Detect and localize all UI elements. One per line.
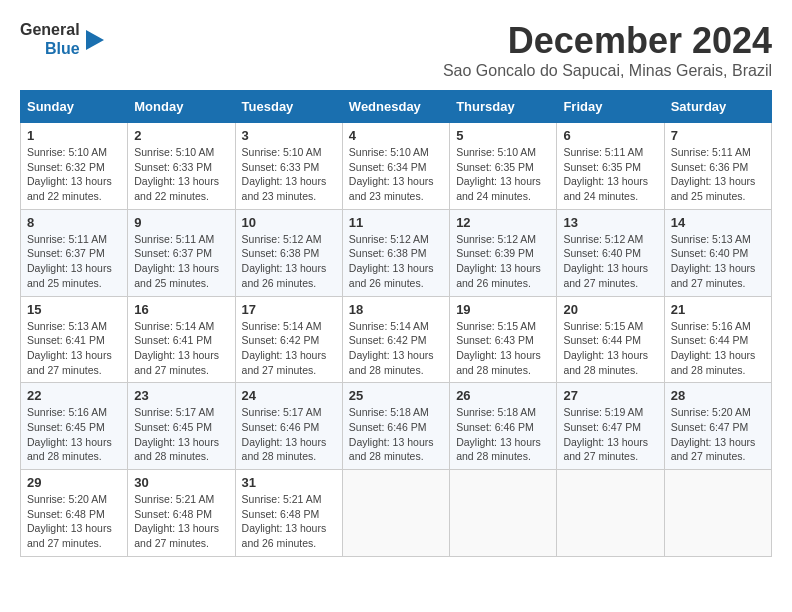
day-info: Sunrise: 5:14 AMSunset: 6:42 PMDaylight:… xyxy=(242,319,336,378)
table-row xyxy=(342,470,449,557)
day-info: Sunrise: 5:10 AMSunset: 6:35 PMDaylight:… xyxy=(456,145,550,204)
calendar-week-5: 29Sunrise: 5:20 AMSunset: 6:48 PMDayligh… xyxy=(21,470,772,557)
table-row: 27Sunrise: 5:19 AMSunset: 6:47 PMDayligh… xyxy=(557,383,664,470)
day-info: Sunrise: 5:21 AMSunset: 6:48 PMDaylight:… xyxy=(242,492,336,551)
day-number: 10 xyxy=(242,215,336,230)
day-number: 25 xyxy=(349,388,443,403)
header-sunday: Sunday xyxy=(21,91,128,123)
day-number: 31 xyxy=(242,475,336,490)
day-number: 8 xyxy=(27,215,121,230)
day-number: 5 xyxy=(456,128,550,143)
table-row xyxy=(664,470,771,557)
table-row: 16Sunrise: 5:14 AMSunset: 6:41 PMDayligh… xyxy=(128,296,235,383)
day-number: 12 xyxy=(456,215,550,230)
day-info: Sunrise: 5:12 AMSunset: 6:39 PMDaylight:… xyxy=(456,232,550,291)
day-info: Sunrise: 5:10 AMSunset: 6:33 PMDaylight:… xyxy=(242,145,336,204)
day-info: Sunrise: 5:18 AMSunset: 6:46 PMDaylight:… xyxy=(349,405,443,464)
table-row: 1Sunrise: 5:10 AMSunset: 6:32 PMDaylight… xyxy=(21,123,128,210)
table-row: 26Sunrise: 5:18 AMSunset: 6:46 PMDayligh… xyxy=(450,383,557,470)
day-number: 11 xyxy=(349,215,443,230)
day-info: Sunrise: 5:21 AMSunset: 6:48 PMDaylight:… xyxy=(134,492,228,551)
table-row: 5Sunrise: 5:10 AMSunset: 6:35 PMDaylight… xyxy=(450,123,557,210)
day-info: Sunrise: 5:11 AMSunset: 6:37 PMDaylight:… xyxy=(134,232,228,291)
day-number: 6 xyxy=(563,128,657,143)
logo-text-line2: Blue xyxy=(45,39,80,58)
day-info: Sunrise: 5:15 AMSunset: 6:43 PMDaylight:… xyxy=(456,319,550,378)
day-info: Sunrise: 5:13 AMSunset: 6:40 PMDaylight:… xyxy=(671,232,765,291)
table-row: 31Sunrise: 5:21 AMSunset: 6:48 PMDayligh… xyxy=(235,470,342,557)
day-number: 2 xyxy=(134,128,228,143)
day-number: 19 xyxy=(456,302,550,317)
table-row: 25Sunrise: 5:18 AMSunset: 6:46 PMDayligh… xyxy=(342,383,449,470)
day-info: Sunrise: 5:12 AMSunset: 6:38 PMDaylight:… xyxy=(349,232,443,291)
day-number: 22 xyxy=(27,388,121,403)
table-row: 17Sunrise: 5:14 AMSunset: 6:42 PMDayligh… xyxy=(235,296,342,383)
table-row: 3Sunrise: 5:10 AMSunset: 6:33 PMDaylight… xyxy=(235,123,342,210)
day-info: Sunrise: 5:10 AMSunset: 6:34 PMDaylight:… xyxy=(349,145,443,204)
day-number: 1 xyxy=(27,128,121,143)
title-block: December 2024 Sao Goncalo do Sapucai, Mi… xyxy=(443,20,772,80)
day-number: 4 xyxy=(349,128,443,143)
day-info: Sunrise: 5:15 AMSunset: 6:44 PMDaylight:… xyxy=(563,319,657,378)
header-tuesday: Tuesday xyxy=(235,91,342,123)
day-info: Sunrise: 5:17 AMSunset: 6:45 PMDaylight:… xyxy=(134,405,228,464)
table-row: 4Sunrise: 5:10 AMSunset: 6:34 PMDaylight… xyxy=(342,123,449,210)
header-friday: Friday xyxy=(557,91,664,123)
table-row: 30Sunrise: 5:21 AMSunset: 6:48 PMDayligh… xyxy=(128,470,235,557)
day-number: 28 xyxy=(671,388,765,403)
header-wednesday: Wednesday xyxy=(342,91,449,123)
table-row: 28Sunrise: 5:20 AMSunset: 6:47 PMDayligh… xyxy=(664,383,771,470)
calendar-header-row: SundayMondayTuesdayWednesdayThursdayFrid… xyxy=(21,91,772,123)
day-number: 16 xyxy=(134,302,228,317)
table-row: 6Sunrise: 5:11 AMSunset: 6:35 PMDaylight… xyxy=(557,123,664,210)
header-monday: Monday xyxy=(128,91,235,123)
day-info: Sunrise: 5:19 AMSunset: 6:47 PMDaylight:… xyxy=(563,405,657,464)
day-number: 3 xyxy=(242,128,336,143)
calendar-table: SundayMondayTuesdayWednesdayThursdayFrid… xyxy=(20,90,772,557)
day-number: 30 xyxy=(134,475,228,490)
table-row: 11Sunrise: 5:12 AMSunset: 6:38 PMDayligh… xyxy=(342,209,449,296)
day-info: Sunrise: 5:16 AMSunset: 6:45 PMDaylight:… xyxy=(27,405,121,464)
day-number: 7 xyxy=(671,128,765,143)
table-row: 13Sunrise: 5:12 AMSunset: 6:40 PMDayligh… xyxy=(557,209,664,296)
day-info: Sunrise: 5:18 AMSunset: 6:46 PMDaylight:… xyxy=(456,405,550,464)
day-info: Sunrise: 5:11 AMSunset: 6:35 PMDaylight:… xyxy=(563,145,657,204)
day-number: 27 xyxy=(563,388,657,403)
day-info: Sunrise: 5:12 AMSunset: 6:38 PMDaylight:… xyxy=(242,232,336,291)
calendar-week-2: 8Sunrise: 5:11 AMSunset: 6:37 PMDaylight… xyxy=(21,209,772,296)
calendar-week-4: 22Sunrise: 5:16 AMSunset: 6:45 PMDayligh… xyxy=(21,383,772,470)
day-info: Sunrise: 5:11 AMSunset: 6:37 PMDaylight:… xyxy=(27,232,121,291)
table-row: 12Sunrise: 5:12 AMSunset: 6:39 PMDayligh… xyxy=(450,209,557,296)
table-row: 14Sunrise: 5:13 AMSunset: 6:40 PMDayligh… xyxy=(664,209,771,296)
table-row: 7Sunrise: 5:11 AMSunset: 6:36 PMDaylight… xyxy=(664,123,771,210)
day-info: Sunrise: 5:11 AMSunset: 6:36 PMDaylight:… xyxy=(671,145,765,204)
day-number: 9 xyxy=(134,215,228,230)
table-row: 29Sunrise: 5:20 AMSunset: 6:48 PMDayligh… xyxy=(21,470,128,557)
day-info: Sunrise: 5:14 AMSunset: 6:41 PMDaylight:… xyxy=(134,319,228,378)
logo: General Blue xyxy=(20,20,104,58)
day-info: Sunrise: 5:12 AMSunset: 6:40 PMDaylight:… xyxy=(563,232,657,291)
calendar-week-3: 15Sunrise: 5:13 AMSunset: 6:41 PMDayligh… xyxy=(21,296,772,383)
logo-text-line1: General xyxy=(20,20,80,39)
table-row: 8Sunrise: 5:11 AMSunset: 6:37 PMDaylight… xyxy=(21,209,128,296)
day-number: 21 xyxy=(671,302,765,317)
table-row: 15Sunrise: 5:13 AMSunset: 6:41 PMDayligh… xyxy=(21,296,128,383)
month-title: December 2024 xyxy=(443,20,772,62)
day-number: 13 xyxy=(563,215,657,230)
day-number: 24 xyxy=(242,388,336,403)
table-row: 18Sunrise: 5:14 AMSunset: 6:42 PMDayligh… xyxy=(342,296,449,383)
day-number: 23 xyxy=(134,388,228,403)
day-number: 18 xyxy=(349,302,443,317)
table-row: 24Sunrise: 5:17 AMSunset: 6:46 PMDayligh… xyxy=(235,383,342,470)
header-saturday: Saturday xyxy=(664,91,771,123)
table-row xyxy=(450,470,557,557)
header-section: General Blue December 2024 Sao Goncalo d… xyxy=(20,20,772,80)
day-info: Sunrise: 5:17 AMSunset: 6:46 PMDaylight:… xyxy=(242,405,336,464)
table-row xyxy=(557,470,664,557)
calendar-week-1: 1Sunrise: 5:10 AMSunset: 6:32 PMDaylight… xyxy=(21,123,772,210)
day-number: 17 xyxy=(242,302,336,317)
day-info: Sunrise: 5:10 AMSunset: 6:33 PMDaylight:… xyxy=(134,145,228,204)
table-row: 20Sunrise: 5:15 AMSunset: 6:44 PMDayligh… xyxy=(557,296,664,383)
day-number: 29 xyxy=(27,475,121,490)
table-row: 22Sunrise: 5:16 AMSunset: 6:45 PMDayligh… xyxy=(21,383,128,470)
